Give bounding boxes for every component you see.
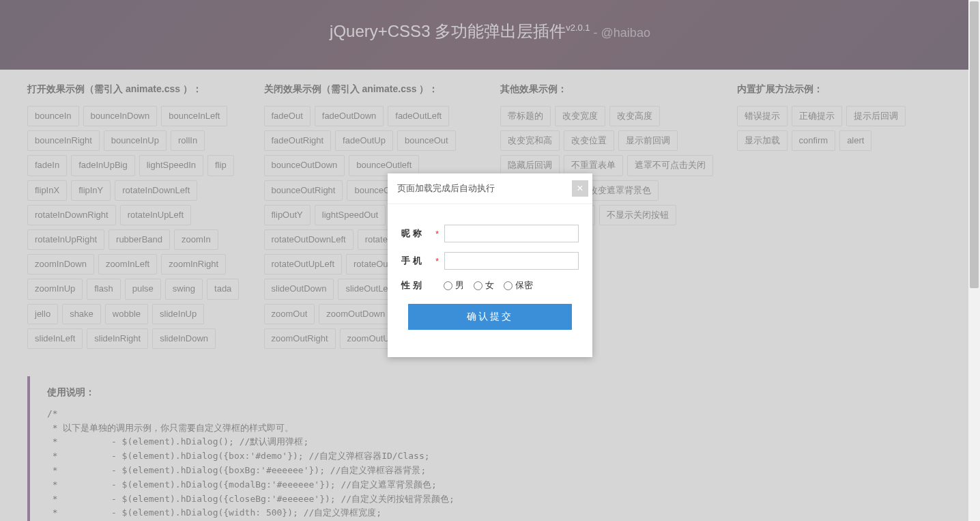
nickname-field[interactable] bbox=[444, 225, 579, 242]
modal-dialog: 页面加载完成后自动执行 × 昵称 * 手机 * 性别 男 女 保密 确认提交 bbox=[388, 173, 592, 357]
modal-header: 页面加载完成后自动执行 × bbox=[388, 173, 592, 204]
submit-button[interactable]: 确认提交 bbox=[408, 304, 572, 330]
scrollbar[interactable] bbox=[968, 0, 980, 521]
gender-male-radio[interactable] bbox=[444, 281, 452, 290]
phone-label: 手机 bbox=[401, 255, 435, 267]
gender-secret-radio[interactable] bbox=[504, 281, 513, 290]
modal-body: 昵称 * 手机 * 性别 男 女 保密 确认提交 bbox=[388, 204, 592, 357]
nickname-label: 昵称 bbox=[401, 227, 435, 240]
phone-field[interactable] bbox=[444, 252, 579, 270]
gender-female-radio[interactable] bbox=[474, 281, 482, 290]
scrollbar-thumb[interactable] bbox=[970, 1, 979, 288]
close-icon[interactable]: × bbox=[572, 180, 588, 197]
modal-title: 页面加载完成后自动执行 bbox=[397, 182, 495, 195]
gender-label: 性别 bbox=[401, 279, 435, 292]
